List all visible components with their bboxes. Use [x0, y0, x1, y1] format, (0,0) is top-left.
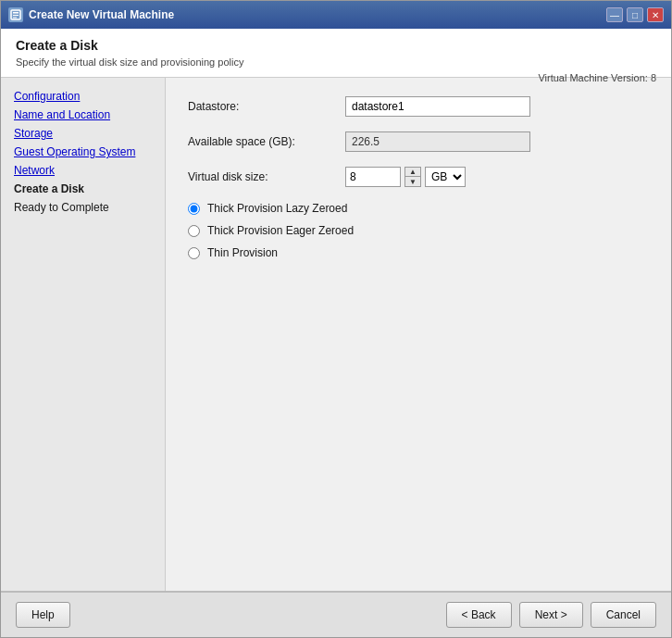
footer-nav-buttons: < Back Next > Cancel	[446, 602, 656, 628]
page-title: Create a Disk	[16, 38, 656, 53]
radio-thin-input[interactable]	[188, 247, 200, 259]
content-area: Datastore: Available space (GB): Virtual…	[166, 78, 671, 591]
provision-radio-group: Thick Provision Lazy Zeroed Thick Provis…	[188, 202, 649, 259]
disk-size-label: Virtual disk size:	[188, 170, 345, 183]
sidebar: Configuration Name and Location Storage …	[1, 78, 166, 591]
available-space-row: Available space (GB):	[188, 131, 649, 152]
radio-thick-lazy[interactable]: Thick Provision Lazy Zeroed	[188, 202, 649, 215]
svg-rect-1	[13, 12, 19, 14]
help-button[interactable]: Help	[16, 602, 70, 628]
available-space-label: Available space (GB):	[188, 135, 345, 148]
sidebar-item-network[interactable]: Network	[1, 161, 165, 180]
radio-thick-eager-label: Thick Provision Eager Zeroed	[207, 224, 354, 237]
svg-rect-2	[13, 15, 19, 16]
vm-version: Virtual Machine Version: 8	[538, 72, 656, 83]
disk-size-row: Virtual disk size: ▲ ▼ MB GB TB	[188, 167, 649, 187]
radio-thick-lazy-label: Thick Provision Lazy Zeroed	[207, 202, 347, 215]
header-section: Create a Disk Specify the virtual disk s…	[1, 29, 671, 78]
maximize-button[interactable]: □	[627, 7, 643, 22]
window-icon	[8, 7, 23, 22]
radio-thin-label: Thin Provision	[207, 246, 278, 259]
sidebar-item-ready: Ready to Complete	[1, 198, 165, 217]
disk-size-up[interactable]: ▲	[405, 168, 420, 177]
disk-size-input[interactable]	[345, 167, 401, 187]
disk-size-spinner: ▲ ▼	[404, 167, 421, 187]
minimize-button[interactable]: —	[606, 7, 623, 22]
page-subtitle: Specify the virtual disk size and provis…	[16, 56, 656, 68]
radio-thick-eager[interactable]: Thick Provision Eager Zeroed	[188, 224, 649, 237]
disk-size-down[interactable]: ▼	[405, 177, 420, 186]
main-window: Create New Virtual Machine — □ ✕ Create …	[0, 0, 672, 638]
radio-thick-eager-input[interactable]	[188, 225, 200, 237]
next-button[interactable]: Next >	[519, 602, 583, 628]
footer: Help < Back Next > Cancel	[1, 591, 671, 637]
radio-thick-lazy-input[interactable]	[188, 203, 200, 215]
sidebar-item-configuration[interactable]: Configuration	[1, 87, 165, 106]
disk-unit-select[interactable]: MB GB TB	[425, 167, 466, 187]
available-space-input	[345, 131, 530, 152]
main-content: Configuration Name and Location Storage …	[1, 78, 671, 591]
close-button[interactable]: ✕	[647, 7, 664, 22]
title-bar: Create New Virtual Machine — □ ✕	[1, 1, 671, 29]
datastore-input[interactable]	[345, 96, 530, 117]
svg-rect-3	[13, 18, 17, 19]
datastore-label: Datastore:	[188, 100, 345, 113]
sidebar-item-create-disk: Create a Disk	[1, 180, 165, 198]
sidebar-item-storage[interactable]: Storage	[1, 124, 165, 143]
datastore-row: Datastore:	[188, 96, 649, 117]
disk-size-controls: ▲ ▼ MB GB TB	[345, 167, 466, 187]
sidebar-item-name-and-location[interactable]: Name and Location	[1, 106, 165, 124]
sidebar-item-guest-os[interactable]: Guest Operating System	[1, 143, 165, 161]
radio-thin[interactable]: Thin Provision	[188, 246, 649, 259]
window-controls: — □ ✕	[606, 7, 664, 22]
back-button[interactable]: < Back	[446, 602, 512, 628]
cancel-button[interactable]: Cancel	[591, 602, 656, 628]
window-title: Create New Virtual Machine	[29, 8, 174, 21]
